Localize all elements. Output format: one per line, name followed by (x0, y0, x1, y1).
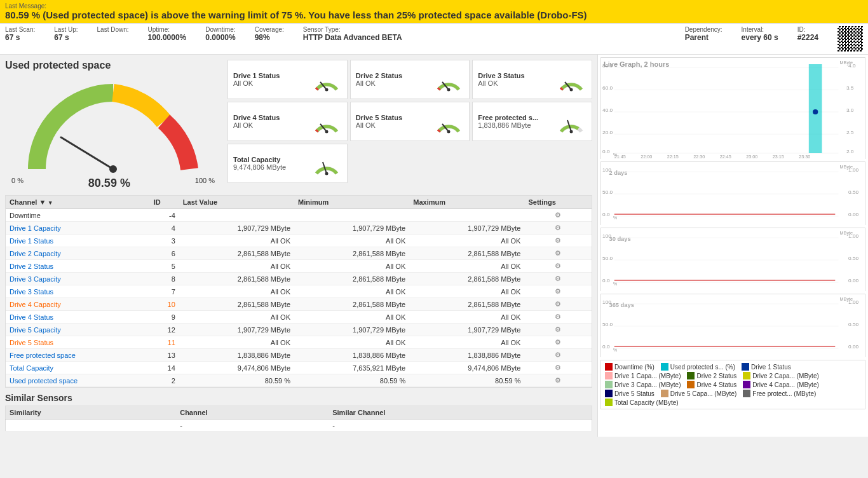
channel-link[interactable]: Used protected space (10, 377, 78, 385)
svg-text:365 days: 365 days (609, 302, 634, 308)
channel-link[interactable]: Drive 5 Status (10, 339, 53, 346)
svg-text:MByte: MByte (840, 297, 853, 302)
channel-link[interactable]: Drive 3 Capacity (10, 275, 61, 283)
legend-item: Drive 3 Capa... (MByte) (605, 381, 681, 388)
channel-link[interactable]: Drive 1 Capacity (10, 224, 61, 232)
legend-label: Free protect... (MByte) (752, 390, 816, 397)
col-settings[interactable]: Settings (524, 196, 592, 209)
channel-link[interactable]: Drive 4 Status (10, 313, 53, 321)
table-row: Downtime-4⚙ (6, 209, 592, 222)
gauge-percent: 80.59 % (88, 177, 130, 190)
channel-link[interactable]: Drive 4 Capacity (10, 301, 61, 308)
legend-section: Downtime (%)Used protected s... (%)Drive… (600, 360, 865, 409)
settings-gear-icon[interactable]: ⚙ (555, 300, 561, 308)
drive-card-5: Drive 5 Status All OK (350, 102, 470, 141)
svg-text:0.0: 0.0 (602, 149, 610, 154)
table-row: Drive 4 Capacity102,861,588 MByte2,861,5… (6, 298, 592, 311)
settings-gear-icon[interactable]: ⚙ (555, 262, 561, 270)
channel-link[interactable]: Drive 3 Status (10, 288, 53, 296)
drive-cards-area: Drive 1 Status All OK (227, 60, 592, 190)
drive-card-total: Total Capacity 9,474,806 MByte (227, 144, 348, 183)
settings-gear-icon[interactable]: ⚙ (555, 376, 561, 384)
table-row: Used protected space280.59 %80.59 %80.59… (6, 374, 592, 387)
chart-30-days: 100 50.0 0.0 % 1.00 0.50 0.00 MByte 30 d… (600, 228, 865, 291)
svg-text:0.0: 0.0 (602, 344, 610, 350)
last-scan: Last Scan: 67 s (5, 26, 35, 42)
legend-item: Drive 1 Status (742, 363, 791, 371)
svg-text:50.0: 50.0 (602, 189, 613, 195)
settings-gear-icon[interactable]: ⚙ (555, 249, 561, 257)
svg-text:30 days: 30 days (609, 236, 630, 242)
svg-text:22:15: 22:15 (667, 154, 679, 160)
svg-text:3.5: 3.5 (846, 85, 854, 91)
settings-gear-icon[interactable]: ⚙ (555, 275, 561, 282)
svg-text:0.50: 0.50 (848, 189, 859, 195)
drive-grid: Drive 1 Status All OK (227, 60, 592, 183)
settings-gear-icon[interactable]: ⚙ (555, 351, 561, 358)
data-table: Channel ▼ ID Last Value Minimum Maximum … (5, 195, 592, 388)
svg-line-0 (61, 137, 113, 169)
settings-gear-icon[interactable]: ⚙ (555, 338, 561, 346)
svg-point-11 (447, 130, 451, 133)
alert-text: 80.59 % (Used protected space) is above … (5, 10, 863, 20)
svg-point-13 (570, 130, 573, 133)
last-up: Last Up: 67 s (54, 26, 78, 42)
svg-point-9 (325, 130, 328, 133)
table-row: Drive 1 Status3All OKAll OKAll OK⚙ (6, 235, 592, 247)
table-row: Drive 3 Status7All OKAll OKAll OK⚙ (6, 285, 592, 298)
settings-gear-icon[interactable]: ⚙ (555, 236, 561, 244)
table-row: Free protected space131,838,886 MByte1,8… (6, 349, 592, 362)
settings-gear-icon[interactable]: ⚙ (555, 325, 561, 333)
legend-item: Drive 2 Capa... (MByte) (743, 372, 818, 379)
settings-gear-icon[interactable]: ⚙ (555, 313, 561, 320)
svg-text:%: % (613, 348, 618, 353)
sensor-id: ID: #2224 (797, 26, 818, 42)
interval: Interval: every 60 s (742, 26, 778, 42)
settings-gear-icon[interactable]: ⚙ (555, 224, 561, 231)
col-minimum[interactable]: Minimum (294, 196, 409, 209)
svg-text:3.0: 3.0 (846, 107, 854, 113)
similar-row: - - (6, 420, 592, 432)
id-link[interactable]: 10 (168, 301, 175, 308)
legend-label: Total Capacity (MByte) (614, 399, 679, 406)
svg-point-5 (447, 88, 451, 92)
channel-link[interactable]: Drive 2 Status (10, 263, 53, 270)
channel-link[interactable]: Free protected space (10, 352, 76, 359)
channel-link[interactable]: Drive 5 Capacity (10, 326, 61, 334)
svg-rect-34 (809, 64, 822, 153)
legend-item: Downtime (%) (605, 363, 654, 371)
settings-gear-icon[interactable]: ⚙ (555, 211, 561, 219)
col-last-value[interactable]: Last Value (179, 196, 294, 209)
legend-item: Total Capacity (MByte) (605, 399, 679, 406)
legend-label: Drive 4 Status (696, 381, 736, 388)
col-id[interactable]: ID (150, 196, 179, 209)
settings-gear-icon[interactable]: ⚙ (555, 364, 561, 371)
drive-card-free: Free protected s... 1,838,886 MByte (472, 102, 592, 141)
legend-label: Drive 2 Capa... (MByte) (752, 372, 818, 379)
channel-link[interactable]: Drive 1 Status (10, 237, 53, 245)
svg-text:23:30: 23:30 (799, 154, 810, 160)
meta-bar: Last Scan: 67 s Last Up: 67 s Last Down:… (0, 24, 868, 55)
svg-text:50.0: 50.0 (602, 256, 613, 261)
channel-link[interactable]: Drive 2 Capacity (10, 250, 61, 257)
coverage: Coverage: 98% (255, 26, 284, 42)
svg-text:0.00: 0.00 (848, 344, 859, 350)
right-panel: Live Graph, 2 hours 80.0 60.0 40.0 20.0 … (597, 55, 868, 437)
legend-item: Drive 5 Capa... (MByte) (661, 390, 736, 397)
col-maximum[interactable]: Maximum (409, 196, 524, 209)
chart-live-label: Live Graph, 2 hours (604, 60, 669, 68)
legend-color-box (743, 381, 750, 388)
last-message-label: Last Message: (5, 3, 863, 10)
legend-item: Drive 1 Capa... (MByte) (605, 372, 681, 379)
table-row: Drive 3 Capacity82,861,588 MByte2,861,58… (6, 273, 592, 285)
col-channel[interactable]: Channel ▼ (6, 196, 150, 209)
table-row: Drive 4 Status9All OKAll OKAll OK⚙ (6, 311, 592, 324)
id-link[interactable]: 11 (168, 339, 175, 346)
channel-link[interactable]: Total Capacity (10, 364, 53, 372)
gauge-title: Used protected space (5, 60, 221, 71)
settings-gear-icon[interactable]: ⚙ (555, 287, 561, 295)
drive-card-1: Drive 1 Status All OK (227, 60, 348, 99)
table-row: Total Capacity149,474,806 MByte7,635,921… (6, 362, 592, 374)
svg-text:MByte: MByte (840, 60, 853, 65)
svg-text:2 days: 2 days (609, 170, 627, 176)
